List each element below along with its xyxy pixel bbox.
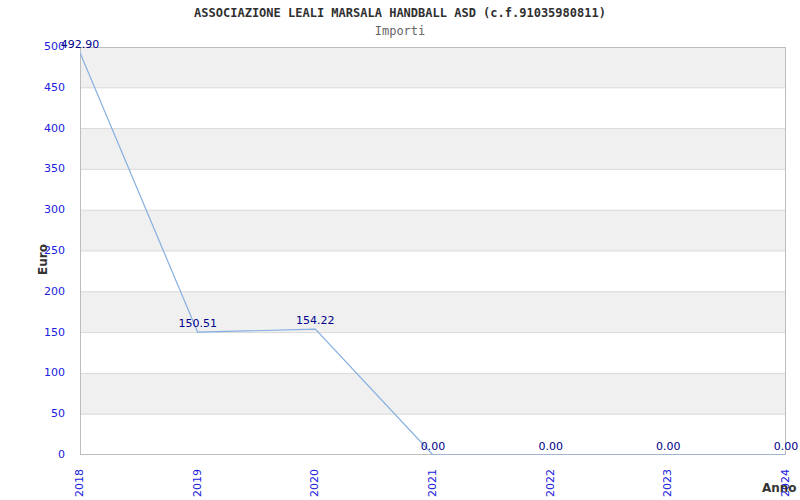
background-band (80, 47, 786, 88)
y-tick-label: 50 (0, 406, 65, 422)
y-tick-label: 100 (0, 365, 65, 381)
chart-page: ASSOCIAZIONE LEALI MARSALA HANDBALL ASD … (0, 0, 800, 500)
data-point-label: 0.00 (538, 440, 563, 454)
x-tick-label: 2021 (425, 461, 441, 497)
line-series-svg (80, 47, 786, 455)
y-tick-label: 500 (0, 39, 65, 55)
background-band (80, 373, 786, 414)
x-tick-label: 2022 (543, 461, 559, 497)
data-point-label: 154.22 (296, 314, 335, 328)
y-tick-label: 400 (0, 121, 65, 137)
data-point-label: 0.00 (421, 440, 446, 454)
x-tick-label: 2018 (72, 461, 88, 497)
data-point-label: 0.00 (774, 440, 799, 454)
y-tick-label: 450 (0, 80, 65, 96)
y-axis-title: Euro (36, 231, 52, 275)
y-tick-label: 350 (0, 161, 65, 177)
background-band (80, 210, 786, 251)
background-band (80, 129, 786, 170)
x-tick-label: 2020 (307, 461, 323, 497)
chart-title: ASSOCIAZIONE LEALI MARSALA HANDBALL ASD … (0, 6, 800, 20)
y-tick-label: 0 (0, 447, 65, 463)
y-tick-label: 300 (0, 202, 65, 218)
y-tick-label: 200 (0, 284, 65, 300)
x-tick-label: 2023 (660, 461, 676, 497)
y-tick-label: 250 (0, 243, 65, 259)
data-point-label: 0.00 (656, 440, 681, 454)
x-tick-label: 2019 (190, 461, 206, 497)
y-tick-label: 150 (0, 325, 65, 341)
data-point-label: 150.51 (178, 317, 217, 331)
chart-subtitle: Importi (0, 24, 800, 38)
plot-area (80, 47, 786, 455)
x-axis-title: Anno (762, 481, 797, 495)
data-point-label: 492.90 (61, 38, 100, 52)
